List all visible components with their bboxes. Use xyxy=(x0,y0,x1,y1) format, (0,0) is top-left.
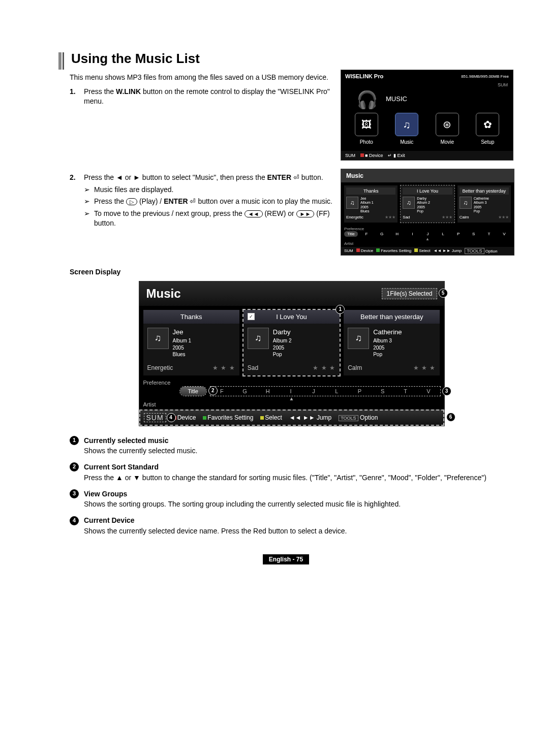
section-title: Using the Music List xyxy=(71,51,200,67)
wiselink-subtitle: MUSIC xyxy=(386,92,407,108)
check-icon: ✓ xyxy=(248,313,255,320)
legend-number: 2 xyxy=(70,462,79,471)
music-group[interactable]: Better than yesterday ♫ CatherineAlbum 3… xyxy=(458,185,511,223)
step-number: 2. xyxy=(70,173,84,229)
music-icon: ♫ xyxy=(403,119,411,131)
bottom-option: TOOLS Option xyxy=(465,248,497,254)
callout-6: 6 xyxy=(446,413,455,422)
sort-artist: Artist xyxy=(344,241,511,246)
arrow-icon: ➢ xyxy=(84,185,94,195)
setup-tile[interactable]: ✿Setup xyxy=(474,113,501,145)
music-tile[interactable]: ♫Music xyxy=(393,113,420,145)
wiselink-thumb: WISELINK Pro 851.98MB/995.00MB Free SUM … xyxy=(341,70,513,161)
sub-text: Music files are displayed. xyxy=(94,185,173,195)
wiselink-title: WISELINK Pro xyxy=(345,73,383,79)
index-letter[interactable]: G xyxy=(233,387,256,396)
note-icon: ♫ xyxy=(147,328,169,349)
arrow-icon: ➢ xyxy=(84,197,94,207)
index-letter[interactable]: V xyxy=(417,387,440,396)
foot-fav[interactable]: Favorites Setting xyxy=(203,414,253,421)
note-icon: ♫ xyxy=(460,197,472,209)
legend-title: Current Device xyxy=(84,515,135,525)
wiselink-storage: 851.98MB/995.00MB Free xyxy=(461,74,509,79)
foot-device[interactable]: Device xyxy=(173,414,196,421)
legend-number: 4 xyxy=(70,516,79,525)
music-list-thumb: Music Thanks ♫ JeeAlbum 12005Blues Energ… xyxy=(341,169,514,256)
photo-icon: 🖼 xyxy=(361,119,372,131)
music-group[interactable]: Thanks ♫ JeeAlbum 12005Blues Energetic★★… xyxy=(344,185,398,223)
music-screen-display: Music 1File(s) Selected 5 Thanks ♫ JeeAl… xyxy=(139,281,445,426)
music-group[interactable]: ✓I Love You1 ♫ DarbyAlbum 22005Pop Sad★ … xyxy=(243,310,340,375)
legend-title: Current Sort Standard xyxy=(84,462,159,472)
index-letter[interactable]: J xyxy=(302,387,325,396)
step-number: 1. xyxy=(70,87,84,107)
foot-option[interactable]: TOOLS Option xyxy=(339,414,378,421)
screen-display-label: Screen Display xyxy=(70,268,513,276)
legend-list: 1Currently selected musicShows the curre… xyxy=(70,435,513,536)
sub-text: To move to the previous / next group, pr… xyxy=(94,209,333,229)
sort-pref: Preference xyxy=(344,227,511,231)
arrow-icon: ➢ xyxy=(84,209,94,229)
sub-text: Press the ▷ (Play) / ENTER ⏎ button over… xyxy=(94,197,332,207)
index-letter[interactable]: P xyxy=(348,387,371,396)
bottom-jump: ◄◄ ►► Jump xyxy=(434,248,462,253)
foot-jump[interactable]: ◄◄ ►► Jump xyxy=(289,414,332,421)
legend-desc: Shows the currently selected music. xyxy=(84,446,513,456)
legend-title: View Groups xyxy=(84,489,127,499)
foot-select[interactable]: Select xyxy=(260,414,282,421)
index-letter[interactable]: L xyxy=(325,387,348,396)
legend-number: 3 xyxy=(70,489,79,498)
foot-sum: SUM 4 xyxy=(144,414,166,422)
sort-pref-label: Preference xyxy=(143,380,180,386)
index-letter[interactable]: H xyxy=(256,387,279,396)
bottom-sum: SUM xyxy=(344,248,353,253)
wiselink-sum: SUM xyxy=(341,82,513,89)
note-icon: ♫ xyxy=(403,197,415,209)
callout-4: 4 xyxy=(167,413,176,422)
letter-index[interactable]: FGHIJLPSTV xyxy=(210,387,440,396)
wiselink-footer-device: ■ Device xyxy=(360,153,383,158)
photo-tile[interactable]: 🖼Photo xyxy=(353,113,380,145)
music-thumb-title: Music xyxy=(341,169,514,182)
files-selected-badge: 1File(s) Selected 5 xyxy=(382,288,437,299)
note-icon: ♫ xyxy=(348,328,369,349)
legend-desc: Press the ▲ or ▼ button to change the st… xyxy=(84,472,513,483)
step-text: Press the ◄ or ► button to select "Music… xyxy=(84,173,323,181)
wiselink-footer-sum: SUM xyxy=(345,153,355,158)
bottom-select: Select xyxy=(414,248,430,253)
page-footer: English - 75 xyxy=(58,554,513,564)
step-text: Press the W.LINK button on the remote co… xyxy=(84,87,333,107)
callout-3: 3 xyxy=(442,387,451,396)
index-letter[interactable]: I xyxy=(279,387,302,396)
wiselink-footer-exit: ↵ ▮ Exit xyxy=(388,153,405,158)
sort-selected[interactable]: Title xyxy=(344,231,358,237)
index-letter[interactable]: T xyxy=(394,387,417,396)
music-group[interactable]: Thanks ♫ JeeAlbum 12005Blues Energetic★ … xyxy=(143,310,239,375)
bottom-fav: Favorites Setting xyxy=(376,248,411,253)
music-group[interactable]: I Love You ♫ DarbyAlbum 22005Pop Sad★★★ xyxy=(401,185,454,223)
sort-pill[interactable]: Title 2 xyxy=(180,387,206,396)
legend-desc: Shows the currently selected device name… xyxy=(84,526,513,536)
index-letter[interactable]: S xyxy=(371,387,394,396)
legend-title: Currently selected music xyxy=(84,435,169,446)
movie-tile[interactable]: ⊛Movie xyxy=(434,113,461,145)
bs-title: Music xyxy=(146,287,181,301)
intro-text: This menu shows MP3 files from among the… xyxy=(70,73,333,83)
note-icon: ♫ xyxy=(346,197,358,209)
headphones-icon: 🎧 xyxy=(356,89,378,110)
music-group[interactable]: Better than yesterday ♫ CatherineAlbum 3… xyxy=(344,310,440,375)
sort-artist-label: Artist xyxy=(143,401,180,407)
legend-number: 1 xyxy=(70,436,79,445)
legend-desc: Shows the sorting groups. The sorting gr… xyxy=(84,499,513,509)
bottom-device: Device xyxy=(356,248,373,253)
callout-2: 2 xyxy=(208,386,218,395)
callout-5: 5 xyxy=(439,289,448,298)
note-icon: ♫ xyxy=(248,328,269,349)
movie-icon: ⊛ xyxy=(443,118,451,131)
setup-icon: ✿ xyxy=(483,118,492,131)
